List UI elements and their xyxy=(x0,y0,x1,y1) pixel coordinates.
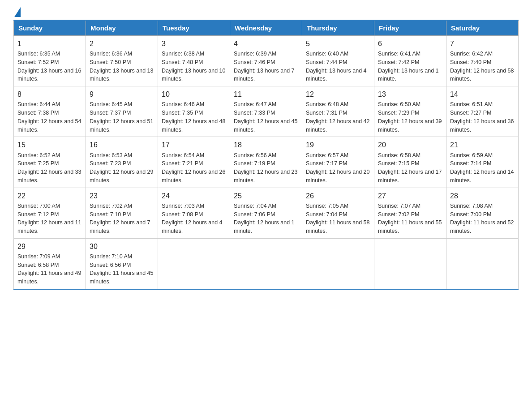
calendar-day-14: 14Sunrise: 6:51 AMSunset: 7:27 PMDayligh… xyxy=(446,86,519,137)
day-info: Sunrise: 6:57 AMSunset: 7:17 PMDaylight:… xyxy=(306,151,370,185)
day-number: 24 xyxy=(162,191,226,201)
day-info: Sunrise: 7:09 AMSunset: 6:58 PMDaylight:… xyxy=(17,253,82,286)
calendar-day-10: 10Sunrise: 6:46 AMSunset: 7:35 PMDayligh… xyxy=(158,86,230,137)
day-number: 4 xyxy=(234,39,298,49)
day-number: 12 xyxy=(306,89,370,99)
calendar-day-18: 18Sunrise: 6:56 AMSunset: 7:19 PMDayligh… xyxy=(230,137,302,188)
day-number: 6 xyxy=(378,39,442,49)
day-info: Sunrise: 6:44 AMSunset: 7:38 PMDaylight:… xyxy=(17,100,82,134)
calendar-day-16: 16Sunrise: 6:53 AMSunset: 7:23 PMDayligh… xyxy=(86,137,158,188)
day-number: 30 xyxy=(90,241,154,252)
day-number: 13 xyxy=(378,89,442,99)
column-header-saturday: Saturday xyxy=(446,20,519,36)
day-number: 16 xyxy=(90,140,154,150)
day-number: 7 xyxy=(450,39,515,49)
calendar-day-9: 9Sunrise: 6:45 AMSunset: 7:37 PMDaylight… xyxy=(86,86,158,137)
day-info: Sunrise: 6:58 AMSunset: 7:15 PMDaylight:… xyxy=(378,151,442,185)
day-info: Sunrise: 6:51 AMSunset: 7:27 PMDaylight:… xyxy=(450,100,515,134)
column-header-sunday: Sunday xyxy=(14,20,86,36)
day-number: 1 xyxy=(17,39,82,49)
calendar-day-21: 21Sunrise: 6:59 AMSunset: 7:14 PMDayligh… xyxy=(446,137,519,188)
day-info: Sunrise: 6:41 AMSunset: 7:42 PMDaylight:… xyxy=(378,50,442,83)
calendar-day-20: 20Sunrise: 6:58 AMSunset: 7:15 PMDayligh… xyxy=(374,137,446,188)
calendar-day-15: 15Sunrise: 6:52 AMSunset: 7:25 PMDayligh… xyxy=(14,137,86,188)
day-number: 9 xyxy=(90,89,154,99)
day-info: Sunrise: 7:05 AMSunset: 7:04 PMDaylight:… xyxy=(306,202,370,235)
calendar-day-30: 30Sunrise: 7:10 AMSunset: 6:56 PMDayligh… xyxy=(86,238,158,289)
day-number: 21 xyxy=(450,140,515,150)
calendar-day-25: 25Sunrise: 7:04 AMSunset: 7:06 PMDayligh… xyxy=(230,188,302,238)
day-info: Sunrise: 7:03 AMSunset: 7:08 PMDaylight:… xyxy=(162,202,226,235)
day-number: 26 xyxy=(306,191,370,201)
day-number: 25 xyxy=(234,191,298,201)
column-header-wednesday: Wednesday xyxy=(230,20,302,36)
day-info: Sunrise: 6:35 AMSunset: 7:52 PMDaylight:… xyxy=(17,50,82,83)
day-number: 8 xyxy=(17,89,82,99)
day-number: 28 xyxy=(450,191,515,201)
day-info: Sunrise: 7:10 AMSunset: 6:56 PMDaylight:… xyxy=(90,253,154,286)
column-header-friday: Friday xyxy=(374,20,446,36)
day-info: Sunrise: 6:38 AMSunset: 7:48 PMDaylight:… xyxy=(162,50,226,83)
day-number: 23 xyxy=(90,191,154,201)
day-number: 22 xyxy=(17,191,82,201)
empty-cell xyxy=(446,238,519,289)
day-info: Sunrise: 6:59 AMSunset: 7:14 PMDaylight:… xyxy=(450,151,515,185)
day-info: Sunrise: 6:40 AMSunset: 7:44 PMDaylight:… xyxy=(306,50,370,83)
day-number: 10 xyxy=(162,89,226,99)
calendar-day-4: 4Sunrise: 6:39 AMSunset: 7:46 PMDaylight… xyxy=(230,36,302,86)
day-info: Sunrise: 6:50 AMSunset: 7:29 PMDaylight:… xyxy=(378,100,442,134)
day-info: Sunrise: 6:56 AMSunset: 7:19 PMDaylight:… xyxy=(234,151,298,185)
page-header xyxy=(13,9,519,15)
day-number: 3 xyxy=(162,39,226,49)
calendar-day-17: 17Sunrise: 6:54 AMSunset: 7:21 PMDayligh… xyxy=(158,137,230,188)
empty-cell xyxy=(302,238,374,289)
calendar-day-5: 5Sunrise: 6:40 AMSunset: 7:44 PMDaylight… xyxy=(302,36,374,86)
day-info: Sunrise: 6:48 AMSunset: 7:31 PMDaylight:… xyxy=(306,100,370,134)
calendar-day-1: 1Sunrise: 6:35 AMSunset: 7:52 PMDaylight… xyxy=(14,36,86,86)
calendar-header-row: SundayMondayTuesdayWednesdayThursdayFrid… xyxy=(14,20,519,36)
day-number: 19 xyxy=(306,140,370,150)
day-info: Sunrise: 6:39 AMSunset: 7:46 PMDaylight:… xyxy=(234,50,298,83)
day-number: 2 xyxy=(90,39,154,49)
calendar-day-26: 26Sunrise: 7:05 AMSunset: 7:04 PMDayligh… xyxy=(302,188,374,238)
day-info: Sunrise: 7:08 AMSunset: 7:00 PMDaylight:… xyxy=(450,202,515,235)
calendar-week-1: 1Sunrise: 6:35 AMSunset: 7:52 PMDaylight… xyxy=(14,36,519,86)
calendar-day-3: 3Sunrise: 6:38 AMSunset: 7:48 PMDaylight… xyxy=(158,36,230,86)
column-header-tuesday: Tuesday xyxy=(158,20,230,36)
day-number: 11 xyxy=(234,89,298,99)
day-info: Sunrise: 6:36 AMSunset: 7:50 PMDaylight:… xyxy=(90,50,154,83)
day-info: Sunrise: 7:04 AMSunset: 7:06 PMDaylight:… xyxy=(234,202,298,235)
calendar-day-7: 7Sunrise: 6:42 AMSunset: 7:40 PMDaylight… xyxy=(446,36,519,86)
day-info: Sunrise: 6:42 AMSunset: 7:40 PMDaylight:… xyxy=(450,50,515,83)
calendar-week-2: 8Sunrise: 6:44 AMSunset: 7:38 PMDaylight… xyxy=(14,86,519,137)
day-info: Sunrise: 7:00 AMSunset: 7:12 PMDaylight:… xyxy=(17,202,82,235)
empty-cell xyxy=(374,238,446,289)
calendar-day-6: 6Sunrise: 6:41 AMSunset: 7:42 PMDaylight… xyxy=(374,36,446,86)
logo xyxy=(13,9,21,15)
day-info: Sunrise: 7:02 AMSunset: 7:10 PMDaylight:… xyxy=(90,202,154,235)
day-number: 17 xyxy=(162,140,226,150)
day-info: Sunrise: 6:46 AMSunset: 7:35 PMDaylight:… xyxy=(162,100,226,134)
calendar-day-27: 27Sunrise: 7:07 AMSunset: 7:02 PMDayligh… xyxy=(374,188,446,238)
calendar-day-22: 22Sunrise: 7:00 AMSunset: 7:12 PMDayligh… xyxy=(14,188,86,238)
day-number: 29 xyxy=(17,241,82,252)
day-info: Sunrise: 6:54 AMSunset: 7:21 PMDaylight:… xyxy=(162,151,226,185)
day-info: Sunrise: 6:52 AMSunset: 7:25 PMDaylight:… xyxy=(17,151,82,185)
calendar-day-28: 28Sunrise: 7:08 AMSunset: 7:00 PMDayligh… xyxy=(446,188,519,238)
calendar-day-23: 23Sunrise: 7:02 AMSunset: 7:10 PMDayligh… xyxy=(86,188,158,238)
calendar-day-29: 29Sunrise: 7:09 AMSunset: 6:58 PMDayligh… xyxy=(14,238,86,289)
calendar-week-5: 29Sunrise: 7:09 AMSunset: 6:58 PMDayligh… xyxy=(14,238,519,289)
day-info: Sunrise: 6:45 AMSunset: 7:37 PMDaylight:… xyxy=(90,100,154,134)
calendar-week-4: 22Sunrise: 7:00 AMSunset: 7:12 PMDayligh… xyxy=(14,188,519,238)
logo-triangle-icon xyxy=(14,7,21,17)
column-header-thursday: Thursday xyxy=(302,20,374,36)
calendar-day-19: 19Sunrise: 6:57 AMSunset: 7:17 PMDayligh… xyxy=(302,137,374,188)
empty-cell xyxy=(230,238,302,289)
calendar-week-3: 15Sunrise: 6:52 AMSunset: 7:25 PMDayligh… xyxy=(14,137,519,188)
day-info: Sunrise: 7:07 AMSunset: 7:02 PMDaylight:… xyxy=(378,202,442,235)
calendar-day-12: 12Sunrise: 6:48 AMSunset: 7:31 PMDayligh… xyxy=(302,86,374,137)
day-number: 18 xyxy=(234,140,298,150)
empty-cell xyxy=(158,238,230,289)
column-header-monday: Monday xyxy=(86,20,158,36)
day-number: 14 xyxy=(450,89,515,99)
